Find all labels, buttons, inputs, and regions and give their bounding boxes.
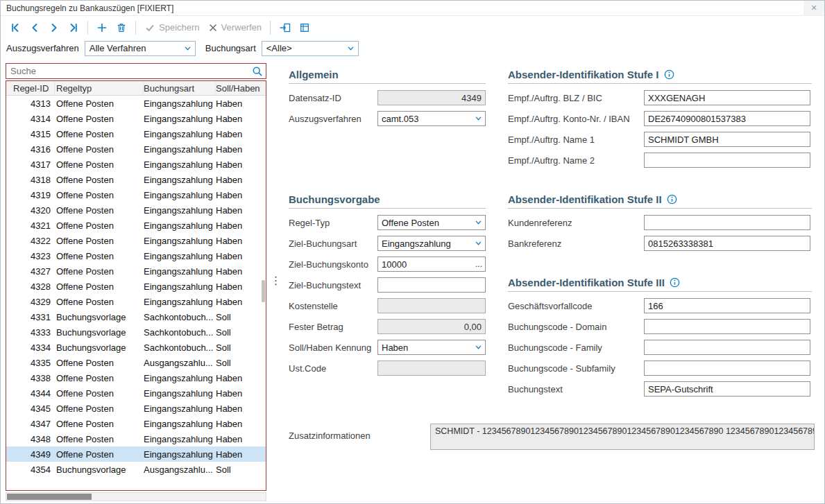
column-header-regel-id[interactable]: Regel-ID <box>6 81 55 95</box>
table-row-4317[interactable]: 4317Offene PostenEingangszahlungHaben <box>6 157 266 172</box>
table-row-4318[interactable]: 4318Offene PostenEingangszahlungHaben <box>6 172 266 187</box>
field-row: Kundenreferenz <box>508 215 812 230</box>
field-row: Ziel-Buchungstext <box>289 277 486 293</box>
ziel-buchungstext-input[interactable] <box>377 277 486 293</box>
table-row-4354[interactable]: 4354BuchungsvorlageAusgangszahlu...Soll <box>6 462 266 477</box>
cell-buchungsart: Eingangszahlung <box>144 205 216 216</box>
kundenreferenz-input[interactable] <box>644 215 810 230</box>
table-row-4320[interactable]: 4320Offene PostenEingangszahlungHaben <box>6 202 266 218</box>
table-row-4329[interactable]: 4329Offene PostenEingangszahlungHaben <box>6 294 266 309</box>
empf-auftrg-name-1-input[interactable] <box>644 132 810 147</box>
auszugsverfahren-filter-select[interactable]: Alle Verfahren <box>85 41 196 56</box>
geschaftsvorfallcode-input[interactable] <box>644 298 810 313</box>
bankreferenz-input[interactable] <box>644 236 810 251</box>
table-row-4331[interactable]: 4331BuchungsvorlageSachkontobuch...Soll <box>6 309 266 324</box>
cell-regeltyp: Buchungsvorlage <box>55 342 144 353</box>
search-input[interactable] <box>6 64 249 78</box>
cell-buchungsart: Eingangszahlung <box>144 419 216 429</box>
table-row-4315[interactable]: 4315Offene PostenEingangszahlungHaben <box>6 126 266 141</box>
table-row-4323[interactable]: 4323Offene PostenEingangszahlungHaben <box>6 248 266 263</box>
close-icon[interactable]: ✕ <box>803 1 824 15</box>
table-row-4313[interactable]: 4313Offene PostenEingangszahlungHaben <box>6 96 266 111</box>
discard-button-label: Verwerfen <box>221 22 262 33</box>
journal-button[interactable] <box>296 19 314 36</box>
buchungscode-domain-input[interactable] <box>644 319 810 334</box>
table-row-4349[interactable]: 4349Offene PostenEingangszahlungHaben <box>6 446 266 462</box>
cell-soll-haben: Haben <box>216 281 266 292</box>
cell-regeltyp: Offene Posten <box>55 281 144 292</box>
table-row-4345[interactable]: 4345Offene PostenEingangszahlungHaben <box>6 401 266 416</box>
buchungstext-input[interactable] <box>644 381 810 397</box>
vertical-scrollbar-thumb[interactable] <box>262 280 265 302</box>
column-header-buchungsart[interactable]: Buchungsart <box>144 81 216 95</box>
discard-button[interactable]: Verwerfen <box>205 19 266 35</box>
horizontal-scrollbar-thumb[interactable] <box>7 494 92 500</box>
ziel-buchungsart-select[interactable]: Eingangszahlung <box>377 236 486 251</box>
column-header-regeltyp[interactable]: Regeltyp <box>55 81 144 95</box>
section-header: Absender-Identifikation Stufe II <box>508 193 812 209</box>
info-icon[interactable] <box>667 194 677 205</box>
label-ziel-buchungsart: Ziel-Buchungsart <box>289 238 377 249</box>
add-record-button[interactable] <box>93 19 111 36</box>
search-icon[interactable] <box>249 66 266 77</box>
section-header: Buchungsvorgabe <box>289 193 486 209</box>
table-row-4322[interactable]: 4322Offene PostenEingangszahlungHaben <box>6 233 266 248</box>
cell-buchungsart: Sachkontobuch... <box>144 342 216 353</box>
empf-auftrg-name-2-input[interactable] <box>644 153 810 168</box>
table-row-4334[interactable]: 4334BuchungsvorlageSachkontobuch...Soll <box>6 340 266 355</box>
chevron-down-icon <box>348 46 354 51</box>
info-icon[interactable] <box>664 69 674 80</box>
cell-regel-id: 4348 <box>6 434 55 444</box>
cell-regeltyp: Offene Posten <box>55 251 144 261</box>
save-button[interactable]: Speichern <box>141 19 203 36</box>
buchungscode-family-input[interactable] <box>644 340 810 355</box>
previous-record-button[interactable] <box>26 19 44 36</box>
first-record-button[interactable] <box>6 19 24 36</box>
section-allgemein: AllgemeinDatensatz-IDAuszugsverfahrencam… <box>289 69 486 132</box>
empf-auftrg-blz-bic-input[interactable] <box>644 90 810 105</box>
rules-table-body: 4313Offene PostenEingangszahlungHaben431… <box>6 96 266 490</box>
zusatzinformationen-row: Zusatzinformationen SCHMIDT - 1234567890… <box>289 424 815 450</box>
regel-typ-select[interactable]: Offene Posten <box>377 215 486 230</box>
copy-record-button[interactable] <box>275 19 294 36</box>
soll-haben-kennung-select[interactable]: Haben <box>377 340 486 355</box>
rules-table-header: Regel-IDRegeltypBuchungsartSoll/Haben <box>6 81 266 96</box>
cell-regel-id: 4349 <box>6 449 55 460</box>
horizontal-scrollbar[interactable] <box>6 492 266 501</box>
table-row-4333[interactable]: 4333BuchungsvorlageSachkontobuch...Soll <box>6 324 266 340</box>
label-empf-auftrg-blz-bic: Empf./Auftrg. BLZ / BIC <box>508 93 644 103</box>
table-row-4314[interactable]: 4314Offene PostenEingangszahlungHaben <box>6 111 266 126</box>
last-record-icon <box>68 22 79 33</box>
label-datensatz-id: Datensatz-ID <box>289 93 377 103</box>
table-row-4328[interactable]: 4328Offene PostenEingangszahlungHaben <box>6 279 266 294</box>
table-row-4335[interactable]: 4335Offene PostenAusgangszahlu...Soll <box>6 355 266 370</box>
table-row-4327[interactable]: 4327Offene PostenEingangszahlungHaben <box>6 263 266 279</box>
table-row-4338[interactable]: 4338Offene PostenEingangszahlungHaben <box>6 370 266 385</box>
label-buchungscode-domain: Buchungscode - Domain <box>508 322 644 332</box>
label-buchungstext: Buchungstext <box>508 384 644 394</box>
last-record-button[interactable] <box>65 19 83 36</box>
table-row-4321[interactable]: 4321Offene PostenEingangszahlungHaben <box>6 218 266 233</box>
cell-soll-haben: Soll <box>216 312 266 322</box>
buchungscode-subfamily-input[interactable] <box>644 360 810 376</box>
empf-auftrg-konto-nr-iban-input[interactable] <box>644 111 810 126</box>
lookup-ellipsis-button[interactable]: ... <box>473 257 485 271</box>
field-row: Soll/Haben KennungHaben <box>289 340 486 355</box>
ziel-buchungskonto-input[interactable] <box>378 257 473 271</box>
delete-record-button[interactable] <box>112 19 130 36</box>
toolbar: Speichern Verwerfen <box>1 16 824 39</box>
field-row: Ust.Code <box>289 360 486 376</box>
label-ziel-buchungstext: Ziel-Buchungstext <box>289 280 377 290</box>
next-record-button[interactable] <box>45 19 63 36</box>
table-row-4316[interactable]: 4316Offene PostenEingangszahlungHaben <box>6 141 266 157</box>
info-icon[interactable] <box>670 277 680 288</box>
auszugsverfahren-select[interactable]: camt.053 <box>377 111 486 126</box>
buchungsart-filter-select[interactable]: <Alle> <box>262 41 359 56</box>
table-row-4347[interactable]: 4347Offene PostenEingangszahlungHaben <box>6 416 266 431</box>
table-row-4348[interactable]: 4348Offene PostenEingangszahlungHaben <box>6 431 266 446</box>
column-header-soll-haben[interactable]: Soll/Haben <box>216 81 266 95</box>
table-row-4319[interactable]: 4319Offene PostenEingangszahlungHaben <box>6 187 266 202</box>
table-row-4344[interactable]: 4344Offene PostenEingangszahlungHaben <box>6 385 266 401</box>
field-row: Regel-TypOffene Posten <box>289 215 486 230</box>
panel-splitter[interactable]: ⋮ <box>270 58 282 503</box>
